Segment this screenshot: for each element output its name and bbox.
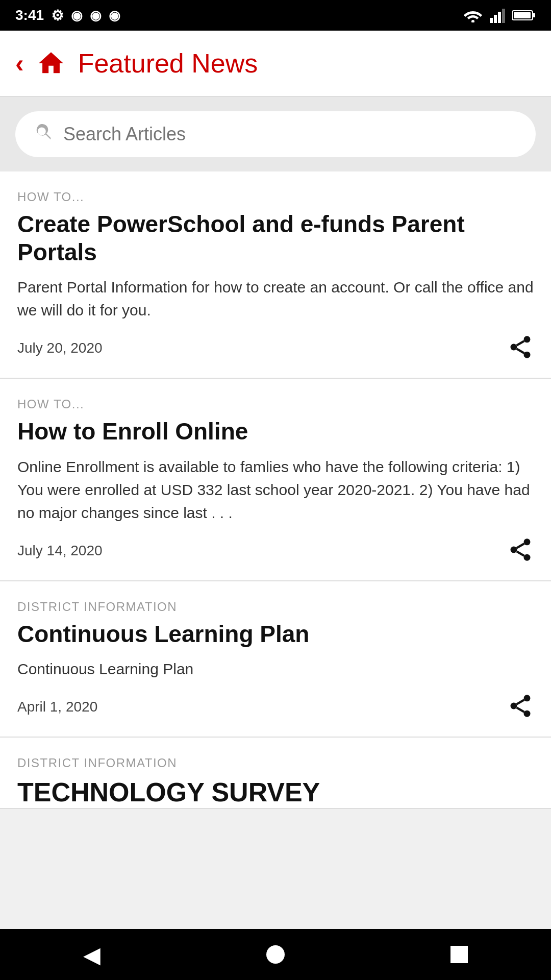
article-item[interactable]: HOW TO... How to Enroll Online Online En… <box>0 379 551 581</box>
article-title: Continuous Learning Plan <box>17 620 534 648</box>
svg-rect-3 <box>498 12 501 23</box>
article-excerpt: Continuous Learning Plan <box>17 657 534 680</box>
article-category: DISTRICT INFORMATION <box>17 600 534 614</box>
svg-point-8 <box>524 336 531 343</box>
article-footer: April 1, 2020 <box>17 693 534 721</box>
article-category: DISTRICT INFORMATION <box>17 756 534 770</box>
articles-list: HOW TO... Create PowerSchool and e-funds… <box>0 172 551 809</box>
article-title: How to Enroll Online <box>17 418 534 446</box>
svg-line-22 <box>517 700 524 704</box>
status-bar: 3:41 ⚙ ◉ ◉ ◉ <box>0 0 551 31</box>
svg-point-0 <box>471 20 474 22</box>
svg-point-13 <box>524 538 531 545</box>
signal-icon <box>490 8 505 23</box>
circle-icon-2: ◉ <box>90 8 102 23</box>
article-item[interactable]: HOW TO... Create PowerSchool and e-funds… <box>0 172 551 379</box>
share-button[interactable] <box>507 334 534 362</box>
search-icon <box>34 122 53 146</box>
article-date: July 14, 2020 <box>17 543 103 559</box>
svg-point-20 <box>524 710 531 717</box>
nav-recent-square <box>450 946 468 963</box>
svg-rect-1 <box>490 18 493 23</box>
status-right <box>463 8 536 23</box>
article-item[interactable]: DISTRICT INFORMATION TECHNOLOGY SURVEY <box>0 738 551 809</box>
svg-line-11 <box>517 349 524 354</box>
search-section <box>0 97 551 172</box>
article-item[interactable]: DISTRICT INFORMATION Continuous Learning… <box>0 581 551 738</box>
article-excerpt: Online Enrollment is available to famlie… <box>17 455 534 524</box>
gear-icon: ⚙ <box>51 7 64 24</box>
svg-line-17 <box>517 544 524 548</box>
search-bar[interactable] <box>15 111 536 157</box>
nav-recent-button[interactable] <box>439 934 480 975</box>
nav-back-button[interactable]: ◀ <box>71 934 112 975</box>
article-category: HOW TO... <box>17 190 534 204</box>
svg-point-14 <box>511 546 517 553</box>
share-button[interactable] <box>507 693 534 721</box>
app-header: ‹ Featured News <box>0 31 551 97</box>
article-footer: July 20, 2020 <box>17 334 534 362</box>
nav-home-button[interactable] <box>255 934 296 975</box>
search-input[interactable] <box>63 124 517 145</box>
svg-rect-4 <box>502 9 505 23</box>
bottom-navigation: ◀ <box>0 929 551 980</box>
wifi-icon <box>463 8 483 22</box>
article-title: TECHNOLOGY SURVEY <box>17 776 534 808</box>
share-button[interactable] <box>507 536 534 565</box>
back-button[interactable]: ‹ <box>15 51 24 76</box>
svg-line-21 <box>517 707 524 712</box>
svg-line-16 <box>517 551 524 556</box>
svg-point-10 <box>524 352 531 358</box>
svg-rect-2 <box>494 15 497 23</box>
article-category: HOW TO... <box>17 397 534 411</box>
battery-icon <box>512 9 536 21</box>
article-title: Create PowerSchool and e-funds Parent Po… <box>17 210 534 266</box>
svg-point-18 <box>524 695 531 701</box>
article-excerpt: Parent Portal Information for how to cre… <box>17 276 534 322</box>
page-title: Featured News <box>78 48 258 79</box>
status-left: 3:41 ⚙ ◉ ◉ ◉ <box>15 7 120 24</box>
svg-point-19 <box>511 702 517 709</box>
circle-icon-1: ◉ <box>71 8 83 23</box>
article-footer: July 14, 2020 <box>17 536 534 565</box>
nav-home-circle <box>266 945 285 964</box>
svg-rect-7 <box>514 12 531 18</box>
svg-point-15 <box>524 554 531 560</box>
article-date: April 1, 2020 <box>17 699 97 715</box>
article-date: July 20, 2020 <box>17 340 103 356</box>
circle-icon-3: ◉ <box>109 8 120 23</box>
svg-rect-6 <box>533 13 535 17</box>
svg-line-12 <box>517 341 524 346</box>
home-icon[interactable] <box>36 48 66 78</box>
time-display: 3:41 <box>15 7 44 23</box>
svg-point-9 <box>511 344 517 351</box>
